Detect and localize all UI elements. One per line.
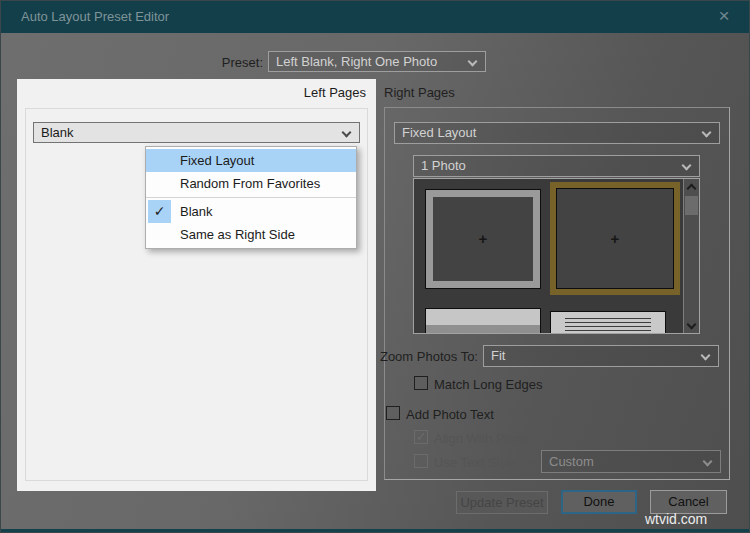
menu-item-label: Fixed Layout	[180, 153, 254, 168]
dialog-title: Auto Layout Preset Editor	[21, 1, 169, 33]
left-layout-dropdown-value: Blank	[41, 123, 337, 143]
watermark: wtvid.com	[645, 511, 707, 527]
chevron-down-icon	[701, 351, 711, 361]
menu-item-same-as-right-side[interactable]: Same as Right Side	[146, 223, 356, 246]
text-line	[565, 330, 651, 331]
text-line	[565, 322, 651, 323]
scroll-down-icon[interactable]	[687, 320, 697, 330]
chevron-down-icon	[703, 457, 713, 467]
zoom-photos-label: Zoom Photos To:	[361, 349, 478, 364]
photo-placeholder	[426, 309, 540, 325]
use-text-style-checkbox	[414, 454, 428, 468]
left-layout-dropdown[interactable]: Blank	[33, 122, 360, 143]
match-long-edges-checkbox[interactable]	[414, 376, 428, 390]
match-long-edges-label: Match Long Edges	[434, 377, 542, 392]
align-with-photo-checkbox: ✓	[414, 430, 428, 444]
photo-placeholder: +	[433, 197, 533, 281]
preset-label: Preset:	[181, 55, 263, 70]
right-layout-dropdown-value: Fixed Layout	[402, 123, 697, 143]
menu-separator	[146, 197, 356, 198]
chevron-down-icon	[468, 57, 478, 67]
right-pages-header: Right Pages	[384, 85, 455, 100]
menu-item-fixed-layout[interactable]: Fixed Layout	[146, 149, 356, 172]
chevron-down-icon	[342, 128, 352, 138]
add-photo-text-label: Add Photo Text	[406, 407, 494, 422]
right-layout-dropdown[interactable]: Fixed Layout	[394, 122, 720, 144]
text-style-preset-dropdown: Custom	[541, 450, 721, 473]
layout-thumbnail-2-selected[interactable]: +	[550, 182, 680, 295]
auto-layout-preset-editor-dialog: Auto Layout Preset Editor × Preset: Left…	[0, 0, 750, 533]
left-pages-header: Left Pages	[304, 85, 366, 100]
left-pages-panel: Left Pages Blank	[17, 79, 376, 491]
menu-item-random-from-favorites[interactable]: Random From Favorites	[146, 172, 356, 195]
add-photo-text-checkbox[interactable]	[386, 406, 400, 420]
text-line	[565, 318, 651, 319]
scrollbar-thumb[interactable]	[685, 196, 698, 215]
layout-thumbnails-list: + +	[413, 178, 700, 334]
close-icon[interactable]: ×	[709, 1, 739, 33]
preset-dropdown[interactable]: Left Blank, Right One Photo	[268, 51, 486, 72]
menu-item-label: Blank	[180, 204, 213, 219]
title-bar[interactable]: Auto Layout Preset Editor ×	[1, 1, 749, 33]
menu-item-label: Same as Right Side	[180, 227, 295, 242]
layout-thumbnail-3[interactable]	[425, 308, 541, 334]
scroll-up-icon[interactable]	[687, 184, 697, 194]
zoom-photos-dropdown-value: Fit	[491, 346, 696, 366]
photo-count-dropdown-value: 1 Photo	[421, 156, 677, 176]
checkmark-icon: ✓	[416, 429, 427, 444]
layout-thumbnail-4[interactable]	[550, 311, 666, 334]
photo-placeholder: +	[556, 188, 674, 289]
chevron-down-icon	[702, 128, 712, 138]
update-preset-button: Update Preset	[456, 491, 548, 514]
thumbnails-scrollbar[interactable]	[683, 179, 699, 333]
preset-dropdown-value: Left Blank, Right One Photo	[276, 52, 463, 72]
text-style-preset-value: Custom	[549, 451, 698, 472]
zoom-photos-dropdown[interactable]: Fit	[483, 345, 719, 367]
layout-thumbnail-1[interactable]: +	[425, 189, 541, 289]
photo-count-dropdown[interactable]: 1 Photo	[413, 155, 700, 177]
plus-icon: +	[479, 230, 488, 247]
menu-item-label: Random From Favorites	[180, 176, 320, 191]
checkmark-icon: ✓	[148, 200, 171, 223]
menu-item-blank[interactable]: ✓ Blank	[146, 200, 356, 223]
done-button[interactable]: Done	[561, 490, 637, 514]
align-with-photo-label: Align With Photo	[434, 431, 530, 446]
window-bottom-border	[1, 529, 750, 533]
text-line	[565, 326, 651, 327]
chevron-down-icon	[682, 161, 692, 171]
plus-icon: +	[611, 230, 620, 247]
dialog-body: Preset: Left Blank, Right One Photo Left…	[1, 33, 750, 533]
left-layout-menu: Fixed Layout Random From Favorites ✓ Bla…	[145, 146, 357, 249]
